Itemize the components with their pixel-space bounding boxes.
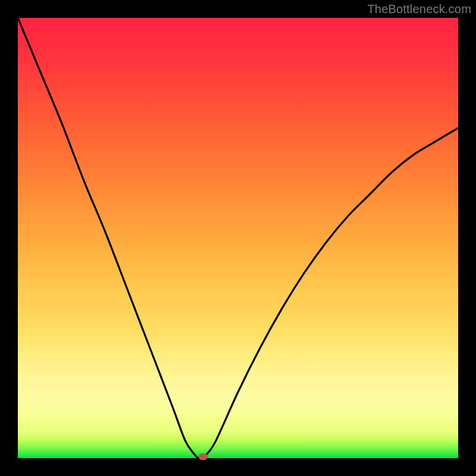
plot-area — [18, 18, 458, 458]
bottleneck-curve — [18, 18, 458, 458]
chart-frame: TheBottleneck.com — [0, 0, 476, 476]
watermark-text: TheBottleneck.com — [367, 2, 471, 16]
minimum-marker — [199, 453, 208, 460]
